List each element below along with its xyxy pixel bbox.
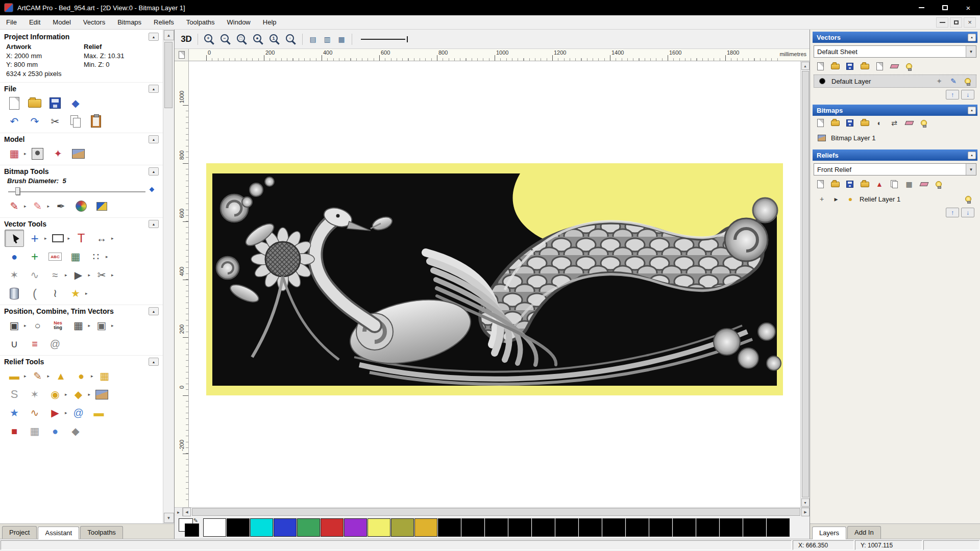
zoom-page-icon[interactable]: ▫ xyxy=(283,32,299,46)
load-bitmap-icon[interactable] xyxy=(69,145,88,162)
link-layers-icon[interactable]: ⇄ xyxy=(888,117,901,129)
stamp-relief-icon[interactable]: ◉ xyxy=(45,386,65,403)
move-layer-up-button[interactable]: ↑ xyxy=(946,90,959,99)
fan-relief-icon[interactable]: ▶ xyxy=(45,404,65,421)
paint-icon-flyout[interactable]: ▸ xyxy=(24,204,27,209)
palette-swatch-8[interactable] xyxy=(391,518,414,537)
move-layer-down-button[interactable]: ↓ xyxy=(961,90,974,99)
add-blob-icon-flyout[interactable]: ▸ xyxy=(91,373,93,379)
palette-swatch-2[interactable] xyxy=(250,518,273,537)
select-vectors-icon[interactable] xyxy=(5,230,24,247)
toggle-all-bitmaps-icon[interactable] xyxy=(917,117,930,129)
extrude-relief-icon[interactable]: ▬ xyxy=(89,404,109,421)
save-relief-layer-icon[interactable] xyxy=(843,179,856,190)
assistant-scrollbar[interactable]: ▲ ▼ xyxy=(163,30,174,523)
mdi-restore-button[interactable] xyxy=(950,17,962,28)
save-bitmap-layer-icon[interactable] xyxy=(843,117,856,129)
palette-swatch-9[interactable] xyxy=(414,518,437,537)
vector-doctor-icon[interactable]: ● xyxy=(5,248,24,265)
relief-visibility-icon[interactable] xyxy=(962,193,975,205)
set-model-size-icon[interactable]: ▦ xyxy=(5,145,24,162)
palette-icon[interactable] xyxy=(71,197,91,215)
block-copy-icon-flyout[interactable]: ▸ xyxy=(88,323,91,328)
copy-icon[interactable] xyxy=(66,113,85,130)
toggle-3d-view-button[interactable]: 3D xyxy=(179,32,194,46)
point-grid-icon[interactable]: ∷ xyxy=(86,248,106,265)
nesting-icon[interactable] xyxy=(48,317,68,334)
collapse-section-button[interactable]: ▲ xyxy=(968,34,976,41)
transform-vectors-icon-flyout[interactable]: ▸ xyxy=(44,236,47,241)
tab-layers[interactable]: Layers xyxy=(812,527,846,539)
tab-add-in[interactable]: Add In xyxy=(847,526,881,539)
delete-bitmap-layer-icon[interactable] xyxy=(902,117,916,129)
sculpt-icon-flyout[interactable]: ▸ xyxy=(47,373,50,379)
new-relief-layer-icon[interactable] xyxy=(814,179,827,190)
palette-swatch-14[interactable] xyxy=(532,518,555,537)
menu-file[interactable]: File xyxy=(0,15,23,29)
wrap-relief-icon[interactable]: ◆ xyxy=(66,422,85,440)
cut-icon[interactable]: ✂ xyxy=(45,113,65,130)
delete-vector-layer-icon[interactable] xyxy=(888,61,901,72)
node-edit-icon[interactable]: ≈ xyxy=(45,266,65,284)
palette-swatch-18[interactable] xyxy=(626,518,649,537)
weld-vectors-icon[interactable]: ≡ xyxy=(25,335,44,353)
save-model-icon[interactable] xyxy=(45,94,65,112)
snap-layer-icon[interactable]: ✦ xyxy=(933,76,946,87)
palette-swatch-0[interactable] xyxy=(203,518,226,537)
move-layer-down-button[interactable]: ↓ xyxy=(961,208,974,217)
node-edit-icon-flyout[interactable]: ▸ xyxy=(65,272,67,278)
mesh-relief-icon[interactable]: ▦ xyxy=(25,422,44,440)
relief-selector[interactable]: Front Relief ▼ xyxy=(814,163,976,176)
block-align-icon-flyout[interactable]: ▸ xyxy=(24,323,27,328)
bitmap-layer-icon[interactable] xyxy=(815,132,828,143)
collapse-section-button[interactable]: ▲ xyxy=(149,307,159,315)
scrollbar-track[interactable] xyxy=(163,41,174,512)
palette-swatch-5[interactable] xyxy=(321,518,344,537)
arc-tool-icon-flyout[interactable]: ▸ xyxy=(88,272,91,278)
block-align-icon[interactable]: ▣ xyxy=(5,317,24,334)
menu-vectors[interactable]: Vectors xyxy=(77,15,111,29)
scroll-right-button[interactable]: ▶ xyxy=(801,508,810,516)
mdi-close-button[interactable]: × xyxy=(964,17,976,28)
palette-swatch-15[interactable] xyxy=(555,518,578,537)
envelope-distort-icon[interactable] xyxy=(92,386,111,403)
import-vectors-icon[interactable] xyxy=(858,61,871,72)
tab-assistant[interactable]: Assistant xyxy=(38,527,79,539)
open-bitmap-layer-icon[interactable] xyxy=(828,117,842,129)
paste-icon[interactable] xyxy=(86,113,106,130)
dot-tool-icon[interactable]: ✶ xyxy=(5,266,24,284)
palette-swatch-20[interactable] xyxy=(673,518,696,537)
maximize-button[interactable] xyxy=(933,0,957,15)
menu-help[interactable]: Help xyxy=(257,15,283,29)
export-vectors-icon[interactable] xyxy=(873,61,886,72)
measure-tool-icon[interactable]: ↔ xyxy=(92,230,111,247)
rectangle-tool-icon[interactable] xyxy=(48,230,68,247)
palette-swatch-6[interactable] xyxy=(344,518,367,537)
collapse-section-button[interactable]: ▲ xyxy=(149,220,159,228)
collapse-section-button[interactable]: ▲ xyxy=(149,167,159,176)
palette-swatch-24[interactable] xyxy=(767,518,790,537)
sculpt-icon[interactable]: ✎ xyxy=(28,367,47,385)
tab-toolpaths[interactable]: Toolpaths xyxy=(80,526,123,539)
delete-relief-layer-icon[interactable] xyxy=(917,179,930,190)
palette-swatch-17[interactable] xyxy=(602,518,625,537)
greyscale-from-model-icon[interactable] xyxy=(28,145,47,162)
undo-icon[interactable]: ↶ xyxy=(5,113,24,130)
sweep-profile-icon[interactable]: S xyxy=(5,386,24,403)
swirl-relief-icon[interactable]: @ xyxy=(69,404,88,421)
zoom-in-icon[interactable]: + xyxy=(202,32,217,46)
pour-relief-icon[interactable]: ◆ xyxy=(69,386,88,403)
palette-swatch-16[interactable] xyxy=(579,518,602,537)
edit-layer-colour-icon[interactable]: ✎ xyxy=(947,76,960,87)
collapse-section-button[interactable]: ▲ xyxy=(149,33,159,41)
layer-colour-chip[interactable] xyxy=(816,76,829,87)
relief-clipart-icon[interactable]: ▲ xyxy=(51,367,70,385)
scroll-down-button[interactable]: ▼ xyxy=(801,498,810,507)
close-button[interactable]: × xyxy=(957,0,980,15)
transform-vectors-icon[interactable]: + xyxy=(25,230,44,247)
rectangle-tool-icon-flyout[interactable]: ▸ xyxy=(68,236,70,241)
set-model-size-icon-flyout[interactable]: ▸ xyxy=(24,151,27,156)
mdi-minimize-button[interactable] xyxy=(936,17,948,28)
paint-selective-icon-flyout[interactable]: ▸ xyxy=(47,204,50,209)
add-blob-icon[interactable]: ● xyxy=(71,367,91,385)
